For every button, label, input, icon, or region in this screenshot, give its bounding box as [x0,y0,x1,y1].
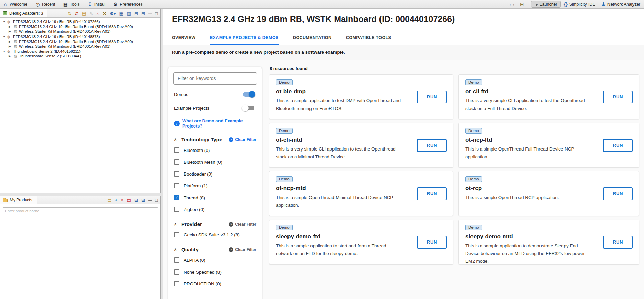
checkbox-unchecked[interactable] [174,171,179,177]
minimize-icon[interactable]: ─ [148,198,152,202]
tree-row[interactable]: ▶ ▨ Thunderboard Sense 2 (SLTB004A) [0,54,160,59]
preferences-button[interactable]: ⚙ Preferences [113,2,142,7]
checkbox-unchecked[interactable] [174,207,179,212]
clear-circle-icon: × [229,137,233,142]
welcome-button[interactable]: ⌂ Welcome [3,2,27,7]
caret-collapsed-icon[interactable]: ▶ [9,25,14,28]
checkbox-checked[interactable]: ✓ [174,195,179,200]
checkbox-unchecked[interactable] [174,159,179,165]
collapse-all-icon[interactable]: ⊟ [134,11,138,16]
info-link-row[interactable]: i What are Demo and Example Projects? [174,118,256,129]
recent-button[interactable]: ◷ Recent [35,2,55,7]
debug-adapters-tab[interactable]: Debug Adapters: 3 [0,9,47,17]
remove-product-icon[interactable]: × [121,198,123,202]
caret-expanded-icon[interactable]: ▼ [3,20,7,23]
caret-collapsed-icon[interactable]: ▶ [9,40,14,43]
run-button[interactable]: RUN [603,139,633,152]
keyword-filter-input[interactable] [173,72,257,85]
install-button[interactable]: ↧ Install [87,2,106,7]
maximize-icon[interactable]: □ [155,11,158,16]
run-button[interactable]: RUN [603,91,633,104]
filter-option-platform: Platform (1) [174,182,257,189]
caret-expanded-icon[interactable]: ▼ [3,50,7,53]
checkbox-unchecked[interactable] [174,147,179,153]
remove-all-icon[interactable]: ▤ [127,198,131,202]
disconnect-icon[interactable]: ⇵ [75,11,78,16]
run-button[interactable]: RUN [603,187,633,200]
tree-row[interactable]: ▼ ψ EFR32MG13 2.4 GHz 19 dBm RB (ID:4401… [0,34,160,39]
copy-table-icon[interactable]: ▥ [127,11,131,16]
caret-collapsed-icon[interactable]: ▶ [9,45,14,48]
run-button[interactable]: RUN [417,236,447,249]
tree-row[interactable]: ▶ ▨ Wireless Starter Kit Mainboard (BRD4… [0,29,160,34]
checkbox-unchecked[interactable] [174,269,179,275]
filter-option-label: PRODUCTION (0) [184,281,221,286]
minimize-icon[interactable]: ─ [148,11,152,16]
caret-collapsed-icon[interactable]: ▶ [9,54,14,58]
run-button[interactable]: RUN [603,236,633,249]
maximize-icon[interactable]: □ [155,198,158,202]
table-view-icon[interactable]: ▦ [119,11,123,16]
expand-all-icon[interactable]: ⊞ [141,198,145,202]
new-folder-icon[interactable]: ▤ [107,198,111,202]
expand-all-icon[interactable]: ⊞ [141,11,145,16]
chevron-up-icon[interactable]: ∧ [174,247,181,252]
board-icon: ▨ [14,29,19,34]
main-content: EFR32MG13 2.4 GHz 19 dBm RB, WSTK Mainbo… [163,9,644,299]
open-perspective-icon[interactable]: ⊞ [520,2,524,7]
drag-handle[interactable]: ⋮⋮ [508,2,515,7]
my-products-tab[interactable]: My Products [0,196,37,204]
demo-example-info-link[interactable]: What are Demo and Example Projects? [182,118,256,129]
example-card-ot-cli-ftd: Demo ot-cli-ftd This is a very simple CL… [458,74,639,119]
tree-row[interactable]: ▼ ψ EFR32MG13 2.4 GHz 19 dBm RB (ID:4401… [0,19,160,24]
checkbox-unchecked[interactable] [174,232,179,237]
new-group-icon[interactable]: ▤ [82,11,86,16]
example-card-sleepy-demo-mtd: Demo sleepy-demo-mtd This is a sample ap… [458,220,639,264]
tab-example-projects-demos[interactable]: EXAMPLE PROJECTS & DEMOS [210,35,279,45]
run-button[interactable]: RUN [417,91,447,104]
preferences-gear-icon: ⚙ [113,2,118,7]
perspective-network-analyzer-label: Network Analyzer [607,2,640,7]
tree-row[interactable]: ▼ ψ Thunderboard Sense 2 (ID:440156211) [0,49,160,54]
checkbox-unchecked[interactable] [174,257,179,263]
clear-filter-technology[interactable]: × Clear Filter [229,137,256,142]
run-button[interactable]: RUN [417,187,447,200]
delete-icon[interactable]: × [96,11,99,16]
filter-option-label: Bluetooth (0) [184,148,210,153]
perspective-network-analyzer[interactable]: Network Analyzer [598,1,643,8]
checkbox-unchecked[interactable] [174,281,179,286]
caret-collapsed-icon[interactable]: ▶ [9,30,14,33]
example-projects-toggle[interactable] [243,106,254,110]
tree-row[interactable]: ▶ ▨ Wireless Starter Kit Mainboard (BRD4… [0,44,160,49]
chevron-up-icon[interactable]: ∧ [174,222,181,226]
rocket-icon: ▲ [533,1,539,7]
tab-overview[interactable]: OVERVIEW [172,35,196,45]
settings-gear-icon[interactable]: ⚙▾ [110,11,116,16]
chevron-up-icon[interactable]: ∧ [174,137,181,142]
filter-option-label: Platform (1) [184,183,208,188]
tab-bar: OVERVIEW EXAMPLE PROJECTS & DEMOS DOCUME… [163,34,644,45]
rename-icon[interactable]: ✎ [89,11,93,16]
product-name-input[interactable] [3,207,158,214]
collapse-all-icon[interactable]: ⊟ [134,198,138,202]
tab-documentation[interactable]: DOCUMENTATION [293,35,331,45]
recent-icon: ◷ [35,2,40,7]
connect-icon[interactable]: ⇅ [68,11,71,16]
demos-toggle[interactable] [243,92,254,97]
clear-filter-provider[interactable]: × Clear Filter [229,222,256,227]
tools-button[interactable]: ▦ Tools [63,2,79,7]
tree-row[interactable]: ▶ ▨ EFR32MG13 2.4 GHz 19 dBm Radio Board… [0,24,160,29]
filter-option-label: Bootloader (0) [184,171,213,177]
tab-compatible-tools[interactable]: COMPATIBLE TOOLS [346,35,391,45]
tree-row[interactable]: ▶ ▨ EFR32MG13 2.4 GHz 19 dBm Radio Board… [0,39,160,44]
add-product-icon[interactable]: + [115,198,118,202]
tree-row-label: Wireless Starter Kit Mainboard (BRD4001A… [19,29,110,33]
run-button[interactable]: RUN [417,139,447,152]
perspective-launcher[interactable]: ▲ Launcher [531,1,561,8]
clear-filter-quality[interactable]: × Clear Filter [229,247,256,252]
example-cards-grid: Demo ot-ble-dmp This is a simple applica… [269,74,643,264]
caret-expanded-icon[interactable]: ▼ [3,35,7,38]
checkbox-unchecked[interactable] [174,183,179,188]
perspective-simplicity-ide[interactable]: {} Simplicity IDE [561,1,598,8]
device-tools-icon[interactable]: ⚒ [102,11,107,16]
